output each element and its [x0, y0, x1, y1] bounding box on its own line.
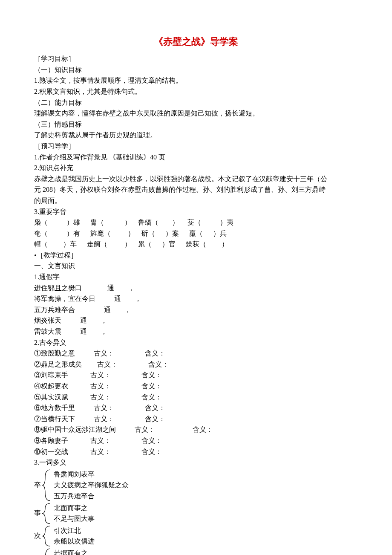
brace-label-ci: 次	[34, 531, 43, 542]
brace-icon	[42, 503, 52, 524]
gujin-row: ①致殷勤之意 古义： 含义：	[34, 348, 358, 359]
preview-item: 3.重要字音	[34, 206, 358, 217]
brace-group-ci: 次 引次江北 余船以次俱进	[34, 525, 358, 547]
brace-item: 北面而事之	[54, 503, 358, 514]
brace-item: 引次江北	[54, 525, 358, 536]
heading-gujin: 2.古今异义	[34, 337, 358, 348]
objective-item: 了解史料剪裁从属于作者历史观的道理。	[34, 130, 358, 141]
brace-icon	[42, 548, 52, 555]
phonetic-row: 轊（ ）车 走舸（ ） 累（ ）官 燥荻（ ）	[34, 239, 358, 250]
heading-emotion: （三）情感目标	[34, 119, 358, 130]
gujin-row: ⑤其实汉赋 古义： 含义：	[34, 392, 358, 403]
objective-item: 2.积累文言知识，尤其是特殊句式。	[34, 86, 358, 97]
brace-item: 余船以次俱进	[54, 536, 358, 547]
heading-tongjia: 1.通假字	[34, 272, 358, 283]
gujin-row: ⑧驱中国士众远涉江湖之间 古义： 含义：	[34, 424, 358, 435]
heading-ability: （二）能力目标	[34, 97, 358, 108]
tongjia-row: 雷鼓大震 通 ，	[34, 326, 358, 337]
text-content: ［教学过程］	[37, 251, 78, 259]
heading-wenyan: 一、文言知识	[34, 260, 358, 272]
paragraph-line: 赤壁之战是我国历史上一次以少胜多，以弱胜强的著名战役。本文记叙了在汉献帝建安十三…	[34, 173, 358, 185]
heading-knowledge: （一）知识目标	[34, 64, 358, 75]
brace-item: 五万兵难卒合	[54, 491, 358, 502]
gujin-row: ⑦当横行天下 古义： 含义：	[34, 413, 358, 425]
tongjia-row: 进住鄂且之樊口 通 ，	[34, 283, 358, 294]
tongjia-row: 烟炎张天 通 ，	[34, 315, 358, 326]
objective-item: 理解课文内容，懂得在赤壁之战中东吴取胜的原因是知己知彼，扬长避短。	[34, 108, 358, 119]
gujin-row: ⑥地方数千里 古义： 含义：	[34, 402, 358, 413]
brace-label-zu: 卒	[34, 480, 43, 491]
gujin-row: ④权起更衣 古义： 含义：	[34, 381, 358, 392]
phonetic-row: 枭（ ）雄 胄（ ） 鲁缟（ ） 芟（ ）夷	[34, 217, 358, 228]
heading-preview: ［预习导学］	[34, 141, 358, 152]
brace-label-shi: 事	[34, 508, 43, 519]
brace-group-er: 而 若据而有之 表恶其能而不能用也 备必喜而从命 事急而不断	[34, 548, 358, 555]
dot-icon	[35, 254, 36, 256]
brace-item: 夫义疲病之卒御狐疑之众	[54, 480, 358, 491]
gujin-row: ⑨各顾妻子 古义： 含义：	[34, 435, 358, 446]
phonetic-row: 奄（ ）有 旌麾（ ） 斫（ ）案 羸（ ）兵	[34, 228, 358, 239]
brace-group-zu: 卒 鲁肃闻刘表卒 夫义疲病之卒御狐疑之众 五万兵难卒合	[34, 469, 358, 502]
brace-item: 不足与图大事	[54, 513, 358, 524]
brace-item: 鲁肃闻刘表卒	[54, 469, 358, 480]
paragraph-line: 元 208）冬天，孙权联合刘备在赤壁击败曹操的作过程。孙、刘的胜利形成了曹、孙、…	[34, 184, 358, 195]
heading-yici: 3.一词多义	[34, 457, 358, 468]
brace-icon	[42, 469, 52, 502]
brace-item: 若据而有之	[54, 548, 358, 555]
heading-objectives: ［学习目标］	[34, 53, 358, 64]
preview-item: 2.知识点补充	[34, 162, 358, 173]
heading-process: ［教学过程］	[34, 250, 358, 261]
page-title: 《赤壁之战》导学案	[34, 34, 358, 49]
brace-icon	[42, 525, 52, 547]
text-content: 1.作者介绍及写作背景见 《基础训练》40 页	[34, 153, 165, 161]
gujin-row: ⑩初一交战 古义： 含义：	[34, 446, 358, 457]
tongjia-row: 将军禽操，宜在今日 通 ，	[34, 293, 358, 304]
gujin-row: ③刘琮束手 古义： 含义：	[34, 370, 358, 381]
preview-item: 1.作者介绍及写作背景见 《基础训练》40 页	[34, 152, 358, 163]
paragraph-line: 的局面。	[34, 195, 358, 206]
objective-item: 1.熟读全文，按事情发展顺序，理清文章的结构。	[34, 75, 358, 86]
gujin-row: ②鼎足之形成矣 古义： 含义：	[34, 359, 358, 370]
tongjia-row: 五万兵难卒合 通 ，	[34, 304, 358, 315]
text-content: ⑦当横行天下 古义： 含义：	[34, 415, 165, 422]
brace-group-shi: 事 北面而事之 不足与图大事	[34, 503, 358, 524]
